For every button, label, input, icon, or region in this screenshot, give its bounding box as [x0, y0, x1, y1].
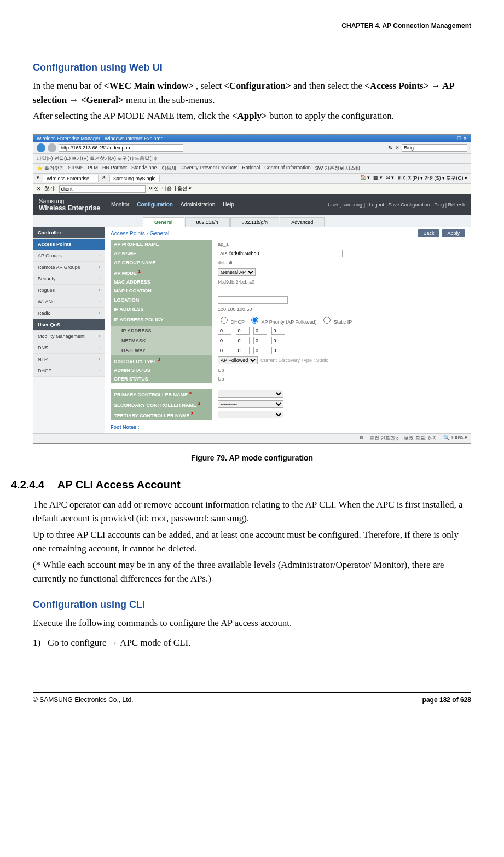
- tab-close-icon[interactable]: ✕: [102, 175, 106, 182]
- search-input[interactable]: [402, 144, 467, 152]
- table-row: PRIMARY CONTROLLER NAME 3----------: [111, 389, 465, 399]
- section-heading-4244: 4.2.4.4 AP CLI Access Account: [11, 479, 471, 491]
- ie-menubar[interactable]: 파일(F) 편집(E) 보기(V) 즐겨찾기(A) 도구(T) 도움말(H): [33, 154, 471, 164]
- sidebar-item-mobility[interactable]: Mobility Management›: [33, 331, 105, 342]
- field-label: NETMASK: [111, 336, 212, 346]
- ie-tabstrip: ▾ Wireless Enterprise ... ✕ Samsung mySi…: [33, 174, 471, 184]
- tab-advanced[interactable]: Advanced: [280, 217, 325, 227]
- octet-input[interactable]: [236, 347, 250, 354]
- step-text: Go to configure → APC mode of CLI.: [48, 637, 191, 648]
- text: and then select the: [293, 80, 364, 91]
- octet-input[interactable]: [236, 337, 250, 344]
- nav-configuration[interactable]: Configuration: [137, 202, 173, 208]
- octet-input[interactable]: [253, 347, 267, 354]
- tab-80211bgn[interactable]: 802.11b/g/n: [230, 217, 280, 227]
- sidebar-item-ap-groups[interactable]: AP Groups›: [33, 250, 105, 262]
- sidebar-item-dns[interactable]: DNS›: [33, 342, 105, 354]
- fav-item[interactable]: HR Partner: [102, 165, 127, 172]
- field-label: IP ADDRESS: [111, 326, 212, 336]
- url-input[interactable]: [59, 144, 183, 152]
- status-zoom[interactable]: 🔍 100% ▾: [443, 435, 467, 442]
- nav-administration[interactable]: Administration: [181, 202, 215, 208]
- tab-list-icon[interactable]: ▾: [37, 175, 39, 182]
- forward-icon[interactable]: [48, 143, 56, 152]
- fav-item[interactable]: 이음새: [161, 165, 176, 172]
- sidebar-item-security[interactable]: Security›: [33, 273, 105, 285]
- fav-item[interactable]: SW 기준정보 시스템: [315, 165, 361, 172]
- sidebar-item-ntp[interactable]: NTP›: [33, 354, 105, 365]
- secondary-controller-select[interactable]: ----------: [218, 400, 283, 408]
- field-label: GATEWAY: [111, 346, 212, 355]
- stop-icon[interactable]: ✕: [395, 145, 399, 151]
- copyright: © SAMSUNG Electronics Co., Ltd.: [33, 696, 134, 704]
- fav-item[interactable]: Coverity Prevent Products: [181, 165, 238, 172]
- ie-address-bar: ↻ ✕: [33, 142, 471, 154]
- find-next-button[interactable]: 다음: [162, 185, 172, 192]
- octet-input[interactable]: [253, 337, 267, 344]
- table-row: IP ADDRESS100.100.100.50: [111, 305, 465, 314]
- text-bold: <Access Points>: [364, 80, 428, 91]
- find-input[interactable]: [59, 185, 146, 193]
- octet-input[interactable]: [271, 327, 285, 335]
- find-prev-button[interactable]: 이전: [149, 185, 159, 192]
- browser-tab[interactable]: Samsung mySingle: [109, 175, 160, 182]
- text-bold: <WEC Main window>: [104, 80, 194, 91]
- browser-tab[interactable]: Wireless Enterprise ...: [43, 175, 99, 182]
- octet-input[interactable]: [271, 337, 285, 344]
- main-nav: Monitor Configuration Administration Hel…: [111, 202, 234, 208]
- radio-dhcp[interactable]: [221, 317, 228, 324]
- octet-input[interactable]: [218, 347, 231, 354]
- fav-item[interactable]: SIPMS: [68, 165, 84, 172]
- sidebar-item-radio[interactable]: Radio›: [33, 308, 105, 319]
- text-bold: <Apply>: [232, 111, 267, 121]
- sidebar-item-remote-ap-groups[interactable]: Remote AP Groups›: [33, 262, 105, 273]
- octet-input[interactable]: [236, 327, 250, 335]
- back-icon[interactable]: [37, 143, 45, 152]
- home-icon[interactable]: 🏠 ▾: [360, 175, 370, 182]
- field-label: AP MODE 1: [111, 267, 212, 278]
- ap-mode-select[interactable]: General AP: [218, 268, 256, 276]
- fav-item[interactable]: Rational: [242, 165, 260, 172]
- octet-input[interactable]: [218, 327, 231, 335]
- radio-ap-priority[interactable]: [251, 317, 258, 324]
- sidebar-item-wlans[interactable]: WLANs›: [33, 296, 105, 308]
- find-options[interactable]: | 옵션 ▾: [175, 185, 192, 192]
- sidebar-item-rogues[interactable]: Rogues›: [33, 285, 105, 296]
- apply-button[interactable]: Apply: [442, 229, 465, 237]
- toolbar-right[interactable]: 페이지(P) ▾ 안전(S) ▾ 도구(O) ▾: [398, 175, 468, 182]
- primary-controller-select[interactable]: ----------: [218, 390, 283, 398]
- sidebar-item-user-qos[interactable]: User QoS: [33, 319, 105, 331]
- nav-help[interactable]: Help: [223, 202, 234, 208]
- fav-item[interactable]: Center of Information: [264, 165, 311, 172]
- window-controls[interactable]: — ☐ ✕: [451, 136, 467, 141]
- octet-input[interactable]: [218, 337, 231, 344]
- find-close-icon[interactable]: ✕: [37, 186, 41, 192]
- discovery-select[interactable]: AP Followed: [218, 356, 258, 364]
- nav-monitor[interactable]: Monitor: [111, 202, 129, 208]
- fav-item[interactable]: StandAlone: [131, 165, 157, 172]
- back-button[interactable]: Back: [418, 229, 439, 237]
- octet-input[interactable]: [253, 327, 267, 335]
- refresh-icon[interactable]: ↻: [389, 145, 393, 151]
- tab-80211an[interactable]: 802.11a/n: [185, 217, 230, 227]
- octet-input[interactable]: [271, 347, 285, 354]
- radio-static[interactable]: [323, 317, 331, 324]
- field-label: LOCATION: [111, 295, 212, 305]
- ap-name-input[interactable]: [218, 250, 343, 257]
- sidebar-item-access-points[interactable]: Access Points: [33, 239, 105, 250]
- sidebar-item-dhcp[interactable]: DHCP›: [33, 365, 105, 377]
- tab-general[interactable]: General: [143, 217, 184, 227]
- section-heading-cli: Configuration using CLI: [33, 599, 471, 611]
- field-value: Up: [212, 366, 465, 375]
- fav-item[interactable]: PLM: [88, 165, 99, 172]
- field-label: DISCOVERY TYPE 2: [111, 355, 212, 366]
- location-input[interactable]: [218, 296, 288, 304]
- mail-icon[interactable]: ✉ ▾: [386, 175, 395, 182]
- feeds-icon[interactable]: ▦ ▾: [373, 175, 383, 182]
- field-value: 100.100.100.50: [212, 305, 465, 314]
- sidebar-item-controller[interactable]: Controller: [33, 227, 105, 239]
- para-4244-1: The APC operator can add or remove accou…: [33, 498, 471, 526]
- section-title: AP CLI Access Account: [57, 479, 181, 491]
- tertiary-controller-select[interactable]: ----------: [218, 411, 283, 418]
- user-links[interactable]: User [ samsung ] | Logout | Save Configu…: [328, 202, 465, 208]
